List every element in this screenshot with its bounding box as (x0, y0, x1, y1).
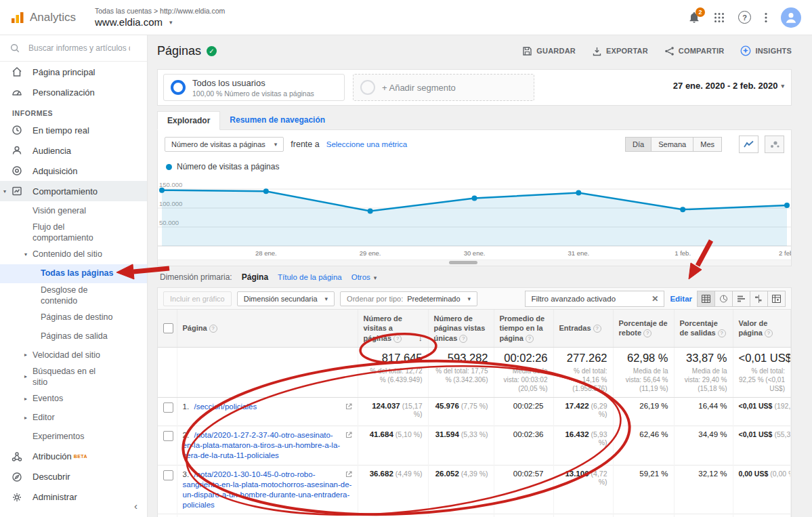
row-checkbox[interactable] (163, 402, 173, 413)
sidebar-item-attribution[interactable]: Atribución BETA (0, 447, 147, 467)
beta-badge: BETA (74, 454, 87, 459)
col-tiempo[interactable]: Promedio de tiempo en la página? (494, 310, 553, 347)
apps-grid-button[interactable] (714, 12, 725, 23)
scrollbar-thumb[interactable] (449, 261, 477, 264)
sidebar-item-velocidad-sitio[interactable]: ▸ Velocidad del sitio (0, 346, 147, 365)
share-button[interactable]: COMPARTIR (664, 46, 725, 56)
metric-selector-dropdown[interactable]: Número de visitas a páginas ▾ (165, 137, 284, 152)
sidebar-item-acquisition[interactable]: Adquisición (0, 161, 147, 181)
page-link[interactable]: /nota/2020-1-30-10-45-0-otro-robo-sangri… (183, 470, 352, 509)
bar-chart-icon (737, 295, 746, 303)
segment-ring-icon (360, 80, 375, 95)
sidebar-item-home[interactable]: Página principal (0, 62, 147, 82)
row-checkbox[interactable] (163, 470, 173, 480)
row-checkbox[interactable] (163, 431, 173, 441)
sidebar-item-behavior[interactable]: ▾ Comportamiento (0, 181, 147, 201)
sidebar-item-paginas-destino[interactable]: Páginas de destino (0, 308, 147, 327)
percentage-view-button[interactable] (714, 291, 733, 307)
tab-resumen-navegacion[interactable]: Resumen de navegación (220, 111, 335, 130)
help-icon[interactable]: ? (459, 335, 467, 343)
performance-view-button[interactable] (732, 291, 750, 307)
external-link-icon[interactable] (345, 432, 352, 438)
dimension-option-otros[interactable]: Otros▾ (351, 273, 377, 281)
page-link[interactable]: /nota/2020-1-27-2-37-40-otro-asesinato-e… (183, 431, 341, 459)
help-icon[interactable]: ? (765, 329, 773, 337)
help-icon[interactable]: ? (526, 335, 534, 343)
col-vistas-unicas[interactable]: Número de páginas vistas únicas? (428, 310, 494, 347)
comparison-view-button[interactable] (750, 291, 768, 307)
external-link-icon[interactable] (345, 403, 352, 410)
sidebar-item-customization[interactable]: Personalización (0, 82, 147, 102)
collapse-sidebar-button[interactable]: ‹ (134, 500, 137, 512)
analytics-brand[interactable]: Analytics (11, 11, 76, 24)
sidebar-item-flujo-comportamiento[interactable]: Flujo del comportamiento (0, 220, 147, 245)
granularity-week-button[interactable]: Semana (651, 137, 693, 152)
col-salidas[interactable]: Porcentaje de salidas? (674, 310, 733, 347)
caret-down-icon: ▾ (374, 274, 377, 281)
granularity-month-button[interactable]: Mes (693, 137, 722, 152)
sidebar-item-admin[interactable]: Administrar (0, 487, 147, 508)
caret-down-icon: ▾ (24, 251, 27, 257)
sidebar-item-busquedas-sitio[interactable]: ▸ Búsquedas en el sitio (0, 365, 147, 390)
help-icon[interactable]: ? (393, 335, 402, 343)
behavior-icon (11, 185, 23, 197)
sidebar-item-contenido-sitio[interactable]: ▾ Contenido del sitio (0, 245, 147, 264)
plot-rows-button[interactable]: Incluir en gráfico (163, 291, 232, 306)
dimension-option-titulo[interactable]: Título de la página (278, 273, 342, 281)
sidebar-item-vision-general[interactable]: Visión general (0, 201, 147, 220)
sidebar-item-todas-las-paginas[interactable]: Todas las páginas (0, 264, 147, 283)
sidebar-item-experimentos[interactable]: Experimentos (0, 428, 147, 447)
add-segment-button[interactable]: + Añadir segmento (353, 74, 534, 101)
notifications-button[interactable]: 2 (688, 12, 700, 24)
sidebar-item-desglose-contenido[interactable]: Desglose de contenido (0, 283, 147, 308)
col-rebote[interactable]: Porcentaje de rebote? (613, 310, 674, 347)
insights-button[interactable]: INSIGHTS (740, 45, 792, 56)
help-icon[interactable]: ? (718, 329, 726, 337)
advanced-filter-chip[interactable]: Filtro avanzado activado ✕ (525, 291, 664, 307)
table-view-button[interactable] (697, 291, 715, 307)
col-entradas[interactable]: Entradas? (553, 310, 613, 347)
notification-badge: 2 (696, 7, 705, 17)
clear-filter-icon[interactable]: ✕ (651, 294, 658, 304)
help-icon[interactable]: ? (643, 329, 651, 337)
date-range-selector[interactable]: 27 ene. 2020 - 2 feb. 2020 ▾ (673, 81, 784, 91)
account-selector[interactable]: www.eldia.com ▾ (95, 16, 225, 28)
tab-explorador[interactable]: Explorador (157, 111, 220, 130)
line-chart-view-button[interactable] (739, 136, 758, 153)
motion-chart-icon (770, 140, 779, 148)
help-icon[interactable]: ? (593, 325, 601, 333)
more-options-button[interactable] (765, 12, 767, 23)
download-icon (592, 46, 602, 56)
col-valor[interactable]: Valor de página? (733, 310, 791, 347)
help-button[interactable]: ? (738, 11, 751, 24)
pivot-view-button[interactable] (767, 291, 786, 307)
col-visitas[interactable]: Número de visitas a páginas?↓ (358, 310, 428, 347)
col-pagina[interactable]: Página? (177, 310, 358, 347)
sidebar-item-eventos[interactable]: ▸ Eventos (0, 390, 147, 409)
edit-filter-link[interactable]: Editar (670, 295, 692, 303)
sidebar-item-realtime[interactable]: En tiempo real (0, 120, 147, 140)
select-metric-link[interactable]: Seleccione una métrica (326, 140, 408, 148)
select-all-cell[interactable] (158, 310, 177, 347)
secondary-dimension-dropdown[interactable]: Dimensión secundaria ▾ (237, 291, 335, 306)
sidebar-search-input[interactable] (27, 43, 131, 54)
avatar[interactable] (781, 7, 801, 28)
help-icon[interactable]: ? (209, 325, 217, 333)
dimension-option-pagina[interactable]: Página (242, 272, 268, 282)
sidebar-item-editor[interactable]: ▸ Editor (0, 409, 147, 428)
sort-type-dropdown[interactable]: Ordenar por tipo: Predeterminado ▾ (340, 291, 477, 306)
sidebar-item-audience[interactable]: Audiencia (0, 140, 147, 161)
sidebar-item-paginas-salida[interactable]: Páginas de salida (0, 327, 147, 346)
external-link-icon[interactable] (345, 471, 352, 478)
save-button[interactable]: GUARDAR (522, 46, 576, 56)
svg-text:2 feb.: 2 feb. (779, 249, 791, 257)
export-button[interactable]: EXPORTAR (592, 46, 648, 56)
caret-right-icon: ▸ (24, 352, 27, 358)
person-icon (784, 11, 798, 24)
granularity-day-button[interactable]: Día (625, 137, 651, 152)
topbar-actions: 2 ? (688, 7, 801, 28)
segment-all-users[interactable]: Todos los usuarios 100,00 % Número de vi… (163, 74, 345, 101)
page-link[interactable]: /seccion/policiales (194, 402, 257, 411)
motion-chart-view-button[interactable] (765, 136, 784, 153)
sidebar-item-discover[interactable]: Descubrir (0, 467, 147, 487)
